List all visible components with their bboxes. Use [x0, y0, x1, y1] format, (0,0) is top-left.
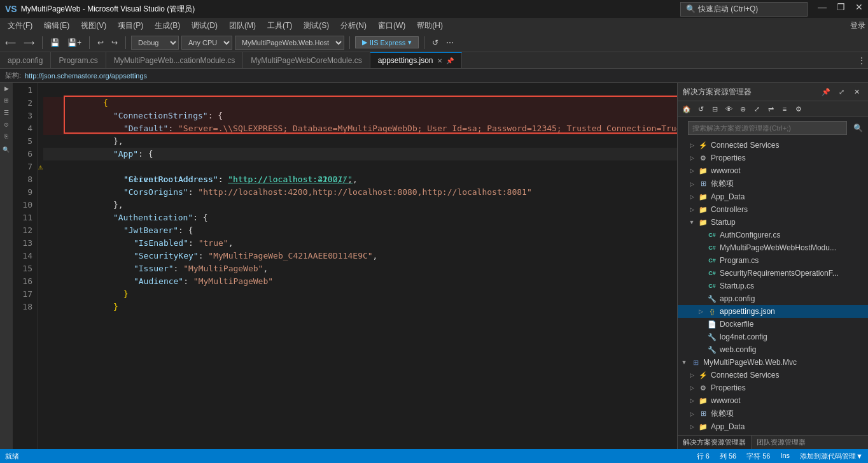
menu-window[interactable]: 窗口(W)	[373, 19, 410, 32]
tree-security-req[interactable]: C# SecurityRequirementsOperationF...	[678, 267, 868, 280]
back-btn[interactable]: ⟵	[3, 37, 18, 48]
menu-view[interactable]: 视图(V)	[76, 19, 111, 32]
sidebar-icon-5[interactable]: ⎘	[3, 134, 10, 139]
menu-test[interactable]: 测试(S)	[298, 19, 334, 32]
menu-edit[interactable]: 编辑(E)	[39, 19, 74, 32]
tree-deps-2[interactable]: ▷ ⊞ 依赖项	[678, 407, 868, 420]
tab-bar-spacer	[462, 52, 855, 68]
code-line-5: "App": {	[43, 135, 677, 148]
sidebar-icon-1[interactable]: ▶	[3, 85, 10, 92]
refresh-tree-btn[interactable]: ↺	[694, 103, 707, 115]
team-explorer-tab[interactable]: 团队资源管理器	[752, 436, 811, 449]
solution-explorer-tab[interactable]: 解决方案资源管理器	[678, 436, 752, 449]
menu-analyze[interactable]: 分析(N)	[335, 19, 372, 32]
deps-icon-2: ⊞	[698, 409, 708, 419]
tree-connected-services-1[interactable]: ▷ ⚡ Connected Services	[678, 139, 868, 152]
sidebar-icon-6[interactable]: 🔍	[3, 146, 10, 153]
arrow-controllers1: ▷	[688, 206, 696, 213]
tree-dockerfile[interactable]: 📄 Dockerfile	[678, 318, 868, 331]
login-btn[interactable]: 登录	[850, 20, 865, 31]
tree-connected-services-2[interactable]: ▷ ⚡ Connected Services	[678, 369, 868, 381]
tree-mvc-project[interactable]: ▼ ⊞ MyMultiPageWeb.Web.Mvc	[678, 356, 868, 369]
collapse-btn[interactable]: ⊟	[708, 103, 721, 115]
menu-team[interactable]: 团队(M)	[224, 19, 261, 32]
props-btn[interactable]: ⊕	[736, 103, 749, 115]
tree-appconfig[interactable]: 🔧 app.config	[678, 292, 868, 305]
arrow-mvc-project: ▼	[680, 359, 688, 366]
tree-wwwroot-1[interactable]: ▷ 📁 wwwroot	[678, 164, 868, 177]
tab-pin-icon[interactable]: 📌	[446, 57, 454, 64]
restore-btn[interactable]: ❐	[837, 2, 845, 17]
code-line-1: {	[43, 84, 677, 97]
tree-program-cs[interactable]: C# Program.cs	[678, 254, 868, 267]
tab-appconfig[interactable]: app.config	[0, 52, 51, 68]
save-btn[interactable]: 💾	[48, 37, 62, 48]
tree-appdata-1[interactable]: ▷ 📁 App_Data	[678, 190, 868, 203]
filter-btn[interactable]: ≡	[778, 103, 791, 115]
refresh-btn[interactable]: ↺	[430, 37, 441, 48]
menu-help[interactable]: 帮助(H)	[412, 19, 448, 32]
tree-properties-2[interactable]: ▷ ⚙ Properties	[678, 381, 868, 394]
tree-appdata-2[interactable]: ▷ 📁 App_Data	[678, 420, 868, 433]
forward-btn[interactable]: ⟶	[21, 37, 37, 48]
tree-properties-1[interactable]: ▷ ⚙ Properties	[678, 152, 868, 164]
home-btn[interactable]: 🏠	[680, 103, 693, 115]
tree-authconfigurer[interactable]: C# AuthConfigurer.cs	[678, 229, 868, 241]
close-btn[interactable]: ✕	[855, 2, 863, 17]
sidebar-icon-3[interactable]: ☰	[3, 110, 10, 116]
pin-btn[interactable]: 📌	[820, 85, 832, 98]
show-all-btn[interactable]: 👁	[722, 103, 735, 115]
tab-coremodule[interactable]: MyMultiPageWebCoreModule.cs	[243, 52, 370, 68]
tree-webconfig[interactable]: 🔧 web.config	[678, 343, 868, 356]
sidebar-icon-2[interactable]: ⊞	[3, 98, 10, 103]
project-icon-mvc: ⊞	[690, 357, 701, 367]
tree-startup-cs[interactable]: C# Startup.cs	[678, 280, 868, 292]
menu-tools[interactable]: 工具(T)	[262, 19, 297, 32]
run-btn[interactable]: ▶ IIS Express ▾	[355, 36, 419, 48]
code-content[interactable]: { "ConnectionStrings": { "Default": "Ser…	[38, 83, 677, 315]
project-dropdown[interactable]: MyMultiPageWeb.Web.Host	[235, 36, 344, 50]
tab-appsettings[interactable]: appsettings.json ✕ 📌	[370, 52, 462, 68]
tab-appsettings-close[interactable]: ✕	[437, 57, 442, 64]
config-icon-webconfig: 🔧	[707, 345, 717, 355]
tab-scroll-btn[interactable]: ⋮	[855, 52, 868, 68]
sidebar-icon-4[interactable]: ⊙	[3, 122, 10, 127]
tree-startup[interactable]: ▼ 📁 Startup	[678, 216, 868, 229]
platform-dropdown[interactable]: Any CPU	[181, 36, 232, 50]
left-sidebar: ▶ ⊞ ☰ ⊙ ⎘ 🔍	[0, 83, 13, 449]
solution-search-input[interactable]	[688, 121, 847, 135]
undo-btn[interactable]: ↩	[95, 37, 106, 48]
debug-mode-dropdown[interactable]: Debug Release	[131, 36, 179, 50]
preview-btn[interactable]: ⤢	[750, 103, 763, 115]
tree-appsettings-json[interactable]: ▷ {} appsettings.json	[678, 305, 868, 318]
add-to-source[interactable]: 添加到源代码管理▼	[800, 452, 863, 461]
menu-file[interactable]: 文件(F)	[3, 19, 38, 32]
code-line-14: "Issuer": "MyMultiPageWeb",	[43, 250, 677, 262]
minimize-btn[interactable]: —	[818, 2, 827, 17]
tree-wwwroot-2[interactable]: ▷ 📁 wwwroot	[678, 394, 868, 407]
tree-webhost-module[interactable]: C# MyMultiPageWebWebHostModu...	[678, 241, 868, 254]
line-numbers: 12345 678910 1112131415 161718	[13, 83, 38, 449]
tree-deps-1[interactable]: ▷ ⊞ 依赖项	[678, 177, 868, 190]
tree-controllers-1[interactable]: ▷ 📁 Controllers	[678, 203, 868, 216]
menu-debug[interactable]: 调试(D)	[186, 19, 223, 32]
close-panel-btn[interactable]: ✕	[850, 85, 863, 98]
toolbar-more[interactable]: ⋯	[444, 37, 456, 48]
code-line-9: },	[43, 186, 677, 199]
code-container[interactable]: 12345 678910 1112131415 161718 { "Connec…	[13, 83, 677, 449]
menu-build[interactable]: 生成(B)	[150, 19, 185, 32]
tree-log4net[interactable]: 🔧 log4net.config	[678, 331, 868, 343]
tab-cationmodule[interactable]: MyMultiPageWeb...cationModule.cs	[106, 52, 244, 68]
tab-programcs[interactable]: Program.cs	[51, 52, 106, 68]
search-icon[interactable]: 🔍	[853, 124, 863, 132]
menu-project[interactable]: 项目(P)	[113, 19, 148, 32]
quick-launch[interactable]: 🔍 快速启动 (Ctrl+Q)	[680, 2, 808, 17]
float-btn[interactable]: ⤢	[835, 85, 848, 98]
config-btn[interactable]: ⚙	[792, 103, 805, 115]
cs-icon-programcs: C#	[707, 255, 717, 266]
config-icon-log4net: 🔧	[707, 332, 717, 342]
redo-btn[interactable]: ↪	[109, 37, 120, 48]
sync-btn[interactable]: ⇌	[764, 103, 777, 115]
code-line-15: "Audience": "MyMultiPageWeb"	[43, 262, 677, 275]
save-all-btn[interactable]: 💾+	[65, 37, 84, 48]
